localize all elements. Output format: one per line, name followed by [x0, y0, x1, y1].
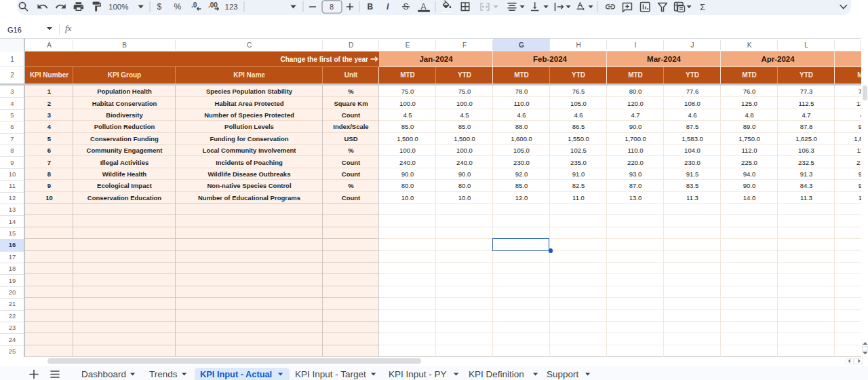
svg-text:.00: .00 [208, 1, 218, 9]
svg-text:A: A [421, 2, 427, 12]
svg-text:8: 8 [330, 3, 334, 11]
svg-text:I: I [387, 2, 389, 12]
svg-text:.0: .0 [191, 1, 197, 9]
svg-text:123: 123 [225, 3, 238, 11]
svg-text:B: B [368, 2, 374, 12]
svg-text:$: $ [157, 2, 162, 12]
svg-text:Σ: Σ [700, 2, 705, 12]
svg-text:100%: 100% [108, 3, 128, 11]
svg-text:%: % [174, 2, 182, 12]
